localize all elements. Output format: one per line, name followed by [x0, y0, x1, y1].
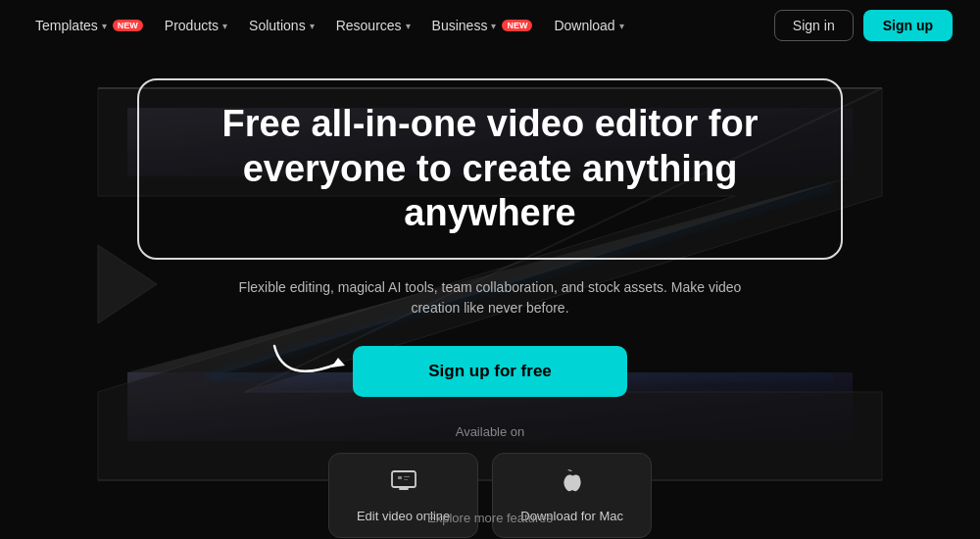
- svg-rect-2: [392, 471, 416, 487]
- apple-icon: [560, 467, 585, 501]
- nav-right: Sign in Sign up: [774, 10, 953, 41]
- arrow-icon: [265, 336, 353, 385]
- monitor-icon: [390, 467, 417, 501]
- available-on-label: Available on: [456, 424, 525, 439]
- svg-marker-1: [331, 358, 345, 368]
- chevron-down-icon: ▾: [406, 21, 411, 31]
- explore-label: Explore more features: [427, 511, 553, 525]
- hero-title-box: Free all-in-one video editor for everyon…: [137, 78, 843, 260]
- svg-rect-3: [398, 476, 402, 479]
- hero-subtitle: Flexible editing, magical AI tools, team…: [216, 277, 764, 318]
- chevron-down-icon: ▾: [102, 21, 107, 31]
- signin-button[interactable]: Sign in: [774, 10, 854, 41]
- nav-item-resources[interactable]: Resources ▾: [328, 14, 418, 37]
- chevron-down-icon: ▾: [222, 21, 227, 31]
- nav-item-solutions[interactable]: Solutions ▾: [241, 14, 322, 37]
- chevron-down-icon: ▾: [619, 21, 624, 31]
- hero-content: Free all-in-one video editor for everyon…: [0, 0, 980, 539]
- nav-item-templates[interactable]: Templates ▾ New: [27, 14, 151, 37]
- cta-row: Sign up for free: [353, 346, 627, 397]
- svg-rect-5: [404, 479, 408, 480]
- hero-title: Free all-in-one video editor for everyon…: [186, 102, 794, 236]
- navbar: Templates ▾ New Products ▾ Solutions ▾ R…: [0, 0, 980, 51]
- signup-cta-button[interactable]: Sign up for free: [353, 346, 627, 397]
- nav-left: Templates ▾ New Products ▾ Solutions ▾ R…: [27, 14, 632, 37]
- nav-item-business[interactable]: Business ▾ New: [424, 14, 541, 37]
- signup-button[interactable]: Sign up: [863, 10, 953, 41]
- chevron-down-icon: ▾: [491, 21, 496, 31]
- nav-item-download[interactable]: Download ▾: [546, 14, 631, 37]
- svg-rect-4: [404, 476, 410, 477]
- nav-item-products[interactable]: Products ▾: [157, 14, 235, 37]
- chevron-down-icon: ▾: [310, 21, 315, 31]
